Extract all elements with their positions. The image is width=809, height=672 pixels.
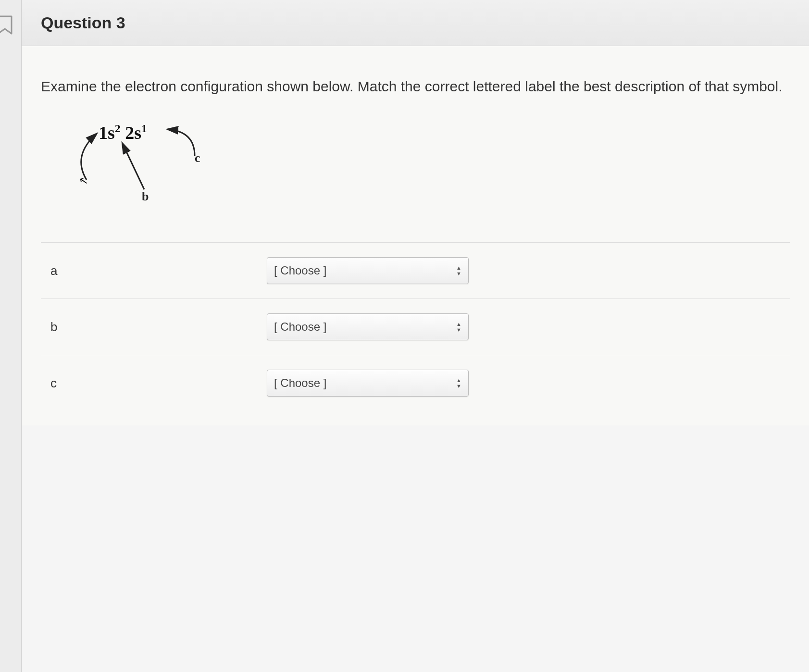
bookmark-icon bbox=[0, 14, 15, 37]
diagram-arrows bbox=[50, 117, 252, 223]
match-row-c: c [ Choose ] ▲▼ bbox=[41, 355, 790, 411]
dropdown-a[interactable]: [ Choose ] ▲▼ bbox=[267, 257, 469, 284]
electron-config-diagram: 1s2 2s1 b c bbox=[50, 117, 252, 223]
dropdown-b[interactable]: [ Choose ] ▲▼ bbox=[267, 313, 469, 340]
question-prompt: Examine the electron configuration shown… bbox=[41, 75, 790, 98]
match-label-b: b bbox=[46, 320, 267, 335]
match-row-a: a [ Choose ] ▲▼ bbox=[41, 243, 790, 299]
question-title: Question 3 bbox=[41, 13, 790, 32]
diagram-label-b: b bbox=[142, 189, 149, 204]
updown-icon: ▲▼ bbox=[456, 378, 461, 389]
diagram-label-c: c bbox=[195, 151, 200, 165]
dropdown-b-value: [ Choose ] bbox=[274, 320, 326, 334]
match-label-c: c bbox=[46, 376, 267, 391]
matching-section: a [ Choose ] ▲▼ b [ Choose ] ▲▼ c bbox=[41, 242, 790, 411]
updown-icon: ▲▼ bbox=[456, 322, 461, 333]
updown-icon: ▲▼ bbox=[456, 265, 461, 276]
dropdown-c-value: [ Choose ] bbox=[274, 376, 326, 390]
match-row-b: b [ Choose ] ▲▼ bbox=[41, 299, 790, 355]
dropdown-a-value: [ Choose ] bbox=[274, 264, 326, 277]
match-label-a: a bbox=[46, 263, 267, 278]
question-header: Question 3 bbox=[22, 0, 809, 46]
dropdown-c[interactable]: [ Choose ] ▲▼ bbox=[267, 370, 469, 397]
